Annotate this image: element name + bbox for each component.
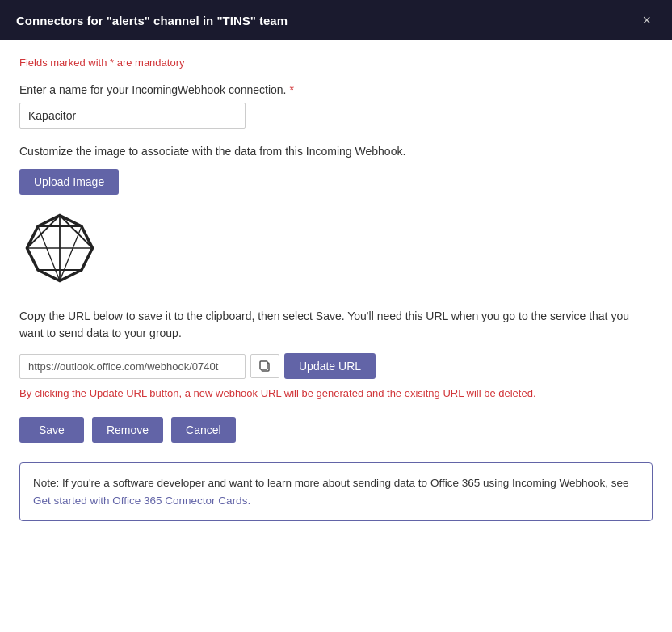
copy-url-button[interactable] (250, 354, 279, 378)
copy-icon (258, 360, 271, 373)
name-field-group: Enter a name for your IncomingWebhook co… (19, 83, 653, 145)
name-label-text: Enter a name for your IncomingWebhook co… (19, 83, 286, 96)
url-row: Update URL (19, 353, 653, 379)
close-button[interactable]: × (637, 11, 656, 29)
warning-text: By clicking the Update URL button, a new… (19, 387, 653, 399)
note-link[interactable]: Get started with Office 365 Connector Ca… (33, 495, 250, 507)
remove-button[interactable]: Remove (92, 417, 163, 443)
svg-rect-10 (260, 361, 267, 369)
note-text: Note: If you're a software developer and… (33, 477, 629, 489)
customize-text: Customize the image to associate with th… (19, 145, 653, 158)
cancel-button[interactable]: Cancel (171, 417, 236, 443)
dialog-title: Connectors for "alerts" channel in "TINS… (16, 14, 288, 27)
name-required-star: * (289, 83, 293, 96)
copy-instructions: Copy the URL below to save it to the cli… (19, 308, 653, 342)
dialog-body: Fields marked with * are mandatory Enter… (0, 40, 672, 632)
action-buttons: Save Remove Cancel (19, 417, 653, 443)
webhook-image (19, 208, 100, 289)
webhook-url-input[interactable] (19, 354, 246, 379)
note-box: Note: If you're a software developer and… (19, 462, 653, 521)
save-button[interactable]: Save (19, 417, 84, 443)
webhook-icon (23, 212, 96, 284)
update-url-button[interactable]: Update URL (284, 353, 376, 379)
svg-line-1 (60, 216, 93, 249)
dialog-header: Connectors for "alerts" channel in "TINS… (0, 0, 672, 40)
name-input[interactable] (19, 103, 246, 129)
dialog-container: Connectors for "alerts" channel in "TINS… (0, 0, 672, 632)
svg-line-2 (27, 216, 61, 249)
mandatory-note: Fields marked with * are mandatory (19, 57, 653, 69)
upload-image-button[interactable]: Upload Image (19, 169, 119, 195)
name-field-label: Enter a name for your IncomingWebhook co… (19, 83, 653, 96)
